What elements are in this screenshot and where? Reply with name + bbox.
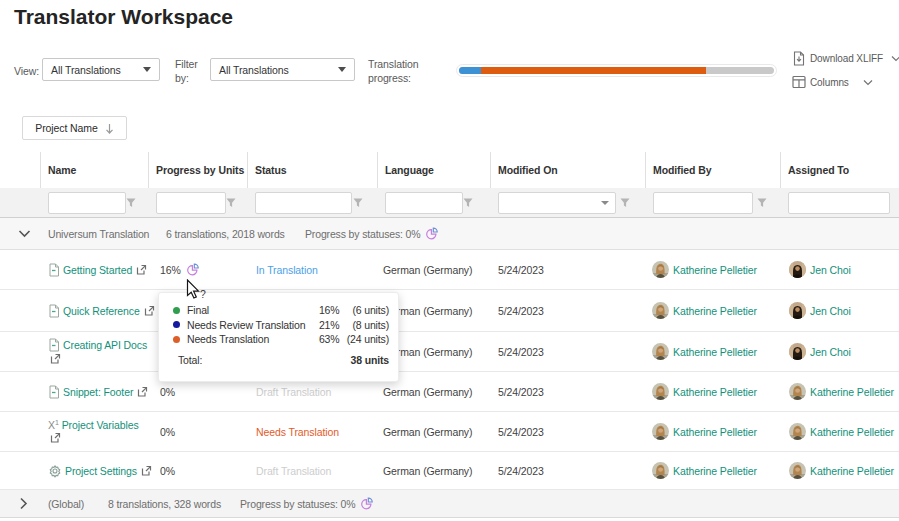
sort-project-name-button[interactable]: Project Name [22,116,127,140]
external-link-icon[interactable] [144,305,156,317]
filter-input-progress[interactable] [156,192,226,214]
external-link-icon[interactable] [136,264,148,276]
user-link[interactable]: Jen Choi [810,305,851,317]
filter-funnel-icon[interactable] [463,198,473,208]
user-link[interactable]: Jen Choi [810,264,851,276]
modified-by-cell: Katherine Pelletier [652,412,782,451]
filter-by-select[interactable]: All Translations [210,58,355,81]
avatar [789,343,806,360]
user-link[interactable]: Katherine Pelletier [673,465,757,477]
group-progress: Progress by statuses: 0% [240,497,374,511]
filter-input-modified-by[interactable] [653,192,753,214]
expand-group-chevron-right-icon[interactable] [17,497,31,511]
column-header-status[interactable]: Status [255,164,287,176]
filter-select-modified-on[interactable] [498,192,616,214]
modified-on-cell: 5/24/2023 [498,332,598,371]
progress-percent: 16% [160,264,181,276]
avatar [789,383,806,400]
avatar [789,423,806,440]
column-header-progress[interactable]: Progress by Units [156,164,244,176]
group-progress-label: Progress by statuses: 0% [240,498,355,510]
table-row: Snippet: Footer 0% Draft Translation Ger… [0,372,899,412]
external-link-icon[interactable] [50,353,62,365]
project-link[interactable]: Creating API Docs [63,339,147,351]
filter-funnel-icon[interactable] [126,198,136,208]
group-progress-label: Progress by statuses: 0% [305,228,420,240]
name-cell: Quick Reference [48,290,148,331]
user-link[interactable]: Katherine Pelletier [673,346,757,358]
pie-chart-icon[interactable] [425,227,439,241]
progress-segment-orange [481,67,706,74]
modified-on-cell: 5/24/2023 [498,290,598,331]
column-header-name[interactable]: Name [48,164,76,176]
modified-on-cell: 5/24/2023 [498,250,598,289]
view-select-value: All Translations [51,64,121,76]
filter-funnel-icon[interactable] [353,198,363,208]
name-cell: Creating API Docs [48,332,148,371]
external-link-icon[interactable] [137,386,149,398]
user-link[interactable]: Katherine Pelletier [810,465,894,477]
column-header-language[interactable]: Language [385,164,434,176]
filter-input-name[interactable] [48,192,126,214]
columns-button[interactable]: Columns [792,75,873,89]
tooltip-percent: 21% [310,319,340,331]
group-summary: 8 translations, 328 words [108,498,221,510]
modified-by-cell: Katherine Pelletier [652,290,782,331]
name-cell: Snippet: Footer [48,372,148,411]
table-row: Quick Reference German (Germany) 5/24/20… [0,290,899,332]
filter-input-language[interactable] [385,192,463,214]
assigned-to-cell: Katherine Pelletier [789,412,899,451]
green-dot-icon [173,307,180,314]
svg-text:?: ? [200,288,206,300]
name-line: X1 Project Variables [48,419,139,431]
filter-by-label-line: by: [175,71,198,85]
modified-by-cell: Katherine Pelletier [652,452,782,489]
project-link[interactable]: Project Variables [62,419,139,431]
user-link[interactable]: Jen Choi [810,346,851,358]
external-link-icon[interactable] [50,432,62,444]
filter-input-status[interactable] [255,192,352,214]
name-line: Creating API Docs [48,338,147,352]
group-name: Universum Translation [48,228,149,240]
filter-funnel-icon[interactable] [620,198,630,208]
name-cell: Project Settings [48,452,148,489]
document-icon [48,304,60,318]
filter-funnel-icon[interactable] [226,198,236,208]
assigned-to-cell: Jen Choi [789,290,899,331]
pie-chart-icon[interactable] [360,497,374,511]
view-select[interactable]: All Translations [42,58,160,81]
user-link[interactable]: Katherine Pelletier [673,305,757,317]
user-link[interactable]: Katherine Pelletier [673,426,757,438]
group-row-universum: Universum Translation 6 translations, 20… [0,218,899,250]
table-row: X1 Project Variables 0% Needs Translatio… [0,412,899,452]
project-link[interactable]: Quick Reference [63,305,140,317]
external-link-icon[interactable] [141,465,153,477]
avatar [652,423,669,440]
user-link[interactable]: Katherine Pelletier [810,386,894,398]
user-link[interactable]: Katherine Pelletier [673,264,757,276]
tooltip-percent: 63% [310,333,340,345]
column-header-assigned-to[interactable]: Assigned To [788,164,849,176]
project-link[interactable]: Getting Started [63,264,132,276]
user-link[interactable]: Katherine Pelletier [810,426,894,438]
status-cell: Draft Translation [256,452,376,489]
gear-icon [48,464,62,478]
column-header-modified-by[interactable]: Modified By [653,164,711,176]
tooltip-row-needs-review: Needs Review Translation 21% (8 units) [173,318,389,333]
view-label: View: [14,64,39,78]
pie-chart-icon[interactable] [186,263,200,277]
filter-input-assigned-to[interactable] [788,192,890,214]
filter-funnel-icon[interactable] [757,198,767,208]
group-summary: 6 translations, 2018 words [166,228,285,240]
download-xliff-button[interactable]: Download XLIFF [792,51,899,66]
filter-by-label-line: Filter [175,57,198,71]
column-header-modified-on[interactable]: Modified On [498,164,558,176]
page-title: Translator Workspace [14,5,233,29]
group-row-global: (Global) 8 translations, 328 words Progr… [0,490,899,518]
user-link[interactable]: Katherine Pelletier [673,386,757,398]
collapse-group-chevron-down-icon[interactable] [17,227,31,241]
project-link[interactable]: Snippet: Footer [63,386,133,398]
project-link[interactable]: Project Settings [65,465,137,477]
document-icon [48,385,60,399]
language-cell: German (Germany) [383,452,493,489]
